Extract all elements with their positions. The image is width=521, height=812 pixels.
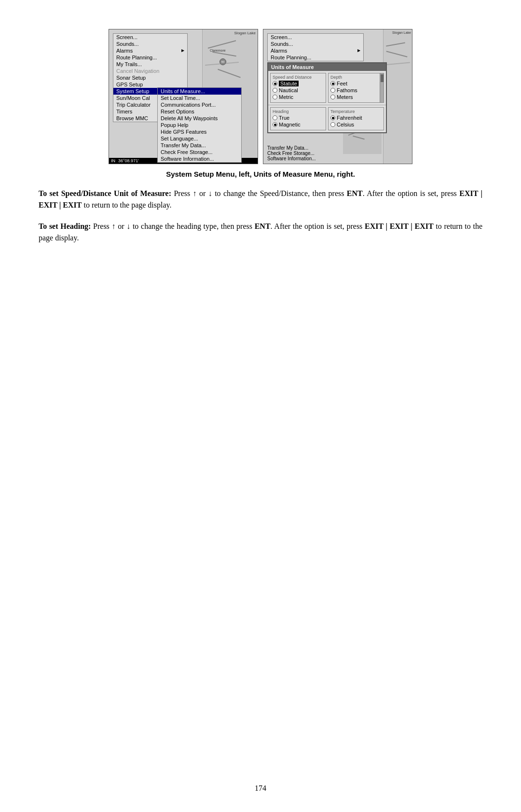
r-menu-sounds[interactable]: Sounds... xyxy=(268,41,363,47)
p1-text3: to return to the page display. xyxy=(82,201,171,209)
submenu-software[interactable]: Software Information... xyxy=(158,155,241,162)
map-label-left: Slogan Lake xyxy=(234,31,256,35)
metric-label: Metric xyxy=(279,94,293,100)
menu-item-sonar[interactable]: Sonar Setup xyxy=(113,74,187,81)
coords-value: 36°08.971' xyxy=(118,158,139,163)
p2-ent: ENT xyxy=(255,222,271,230)
p2-intro: To set Heading: xyxy=(39,222,91,230)
option-metric[interactable]: Metric xyxy=(273,94,324,100)
speed-distance-label: Speed and Distance xyxy=(273,75,324,80)
p2-exit: EXIT | EXIT | EXIT xyxy=(365,222,434,230)
option-fahrenheit[interactable]: Fahrenheit xyxy=(330,115,382,121)
option-meters[interactable]: Meters xyxy=(330,94,382,100)
p1-text1: Press ↑ or ↓ to change the Speed/Distanc… xyxy=(171,189,347,197)
submenu-comm-port[interactable]: Communications Port... xyxy=(158,101,241,108)
submenu-check-storage[interactable]: Check Free Storage... xyxy=(158,149,241,155)
r-bottom-software: Software Information... xyxy=(267,156,316,161)
r-menu-alarms[interactable]: Alarms xyxy=(268,47,363,54)
submenu-popup[interactable]: Popup Help xyxy=(158,122,241,128)
depth-section: Depth Feet Fathoms Meters xyxy=(328,73,384,103)
true-label: True xyxy=(279,115,289,121)
r-bottom-storage: Check Free Storage... xyxy=(267,151,316,156)
menu-item-sounds[interactable]: Sounds... xyxy=(113,41,187,47)
celsius-label: Celsius xyxy=(337,122,354,127)
feet-label: Feet xyxy=(337,81,347,86)
radio-statute xyxy=(273,81,277,86)
right-screenshot: Slogan Lake Screen... Sounds... Alarms R… xyxy=(263,29,412,164)
statute-label: Statute xyxy=(279,81,299,86)
fathoms-label: Fathoms xyxy=(337,87,357,93)
p2-text1: Press ↑ or ↓ to change the heading type,… xyxy=(91,222,254,230)
submenu-units[interactable]: Units of Measure... xyxy=(158,88,241,95)
p1-text2: . After the option is set, press xyxy=(363,189,459,197)
scrollbar[interactable] xyxy=(380,73,384,102)
temperature-section: Temperature Fahrenheit Celsius xyxy=(328,107,384,130)
r-menu-route[interactable]: Route Planning... xyxy=(268,54,363,61)
page-number: 174 xyxy=(255,784,266,793)
submenu-delete[interactable]: Delete All My Waypoints xyxy=(158,115,241,122)
option-feet[interactable]: Feet xyxy=(330,81,382,86)
radio-true xyxy=(273,115,277,120)
left-screenshot: Slogan Lake Claremore 60 Screen... Sound… xyxy=(109,29,258,164)
option-magnetic[interactable]: Magnetic xyxy=(273,122,324,127)
option-nautical[interactable]: Nautical xyxy=(273,87,324,93)
radio-feet xyxy=(330,81,335,86)
dialog-title: Units of Measure xyxy=(268,63,386,71)
submenu-reset[interactable]: Reset Options xyxy=(158,108,241,115)
heading-section: Heading True Magnetic xyxy=(270,107,326,130)
p2-text2: . After the option is set, press xyxy=(271,222,365,230)
paragraph1: To set Speed/Distance Unit of Measure: P… xyxy=(39,188,482,211)
dialog-top-section: Speed and Distance Statute Nautical xyxy=(268,71,386,105)
radio-magnetic xyxy=(273,122,277,127)
submenu-hide-gps[interactable]: Hide GPS Features xyxy=(158,128,241,135)
nautical-label: Nautical xyxy=(279,87,298,93)
submenu-transfer[interactable]: Transfer My Data... xyxy=(158,142,241,149)
dialog-bottom-section: Heading True Magnetic Temperature xyxy=(268,105,386,132)
option-true[interactable]: True xyxy=(273,115,324,121)
map-label-right: Slogan Lake xyxy=(392,31,411,34)
radio-fahrenheit xyxy=(330,115,335,120)
submenu-language[interactable]: Set Language... xyxy=(158,135,241,142)
right-bottom-menu: Transfer My Data... Check Free Storage..… xyxy=(267,145,316,161)
radio-meters xyxy=(330,95,335,99)
units-dialog: Units of Measure Speed and Distance Stat… xyxy=(267,62,387,133)
submenu-local-time[interactable]: Set Local Time... xyxy=(158,95,241,101)
meters-label: Meters xyxy=(337,94,353,100)
fahrenheit-label: Fahrenheit xyxy=(337,115,362,121)
option-statute[interactable]: Statute xyxy=(273,81,324,86)
temperature-label: Temperature xyxy=(330,109,382,114)
coords-in: IN xyxy=(111,158,115,163)
r-bottom-transfer: Transfer My Data... xyxy=(267,145,316,151)
menu-item-trails[interactable]: My Trails... xyxy=(113,61,187,68)
p1-intro: To set Speed/Distance Unit of Measure: xyxy=(39,189,171,197)
caption: System Setup Menu, left, Units of Measur… xyxy=(39,170,482,178)
option-fathoms[interactable]: Fathoms xyxy=(330,87,382,93)
menu-item-route[interactable]: Route Planning... xyxy=(113,54,187,61)
menu-item-gps[interactable]: GPS Setup xyxy=(113,81,187,88)
paragraph2: To set Heading: Press ↑ or ↓ to change t… xyxy=(39,221,482,244)
menu-item-screen[interactable]: Screen... xyxy=(113,34,187,41)
screenshots-row: Slogan Lake Claremore 60 Screen... Sound… xyxy=(39,29,482,164)
radio-fathoms xyxy=(330,88,335,93)
heading-label: Heading xyxy=(273,109,324,114)
speed-distance-section: Speed and Distance Statute Nautical xyxy=(270,73,326,103)
menu-item-cancel-nav: Cancel Navigation xyxy=(113,68,187,74)
menu-item-alarms[interactable]: Alarms xyxy=(113,47,187,54)
radio-celsius xyxy=(330,122,335,127)
map-label2-left: Claremore xyxy=(210,49,226,52)
depth-label: Depth xyxy=(330,75,382,80)
magnetic-label: Magnetic xyxy=(279,122,301,127)
right-top-menu: Screen... Sounds... Alarms Route Plannin… xyxy=(267,33,364,61)
radio-nautical xyxy=(273,88,277,93)
p1-ent: ENT xyxy=(347,189,363,197)
left-submenu: Units of Measure... Set Local Time... Co… xyxy=(157,87,242,163)
scrollbar-thumb xyxy=(381,74,384,82)
radio-metric xyxy=(273,95,277,99)
option-celsius[interactable]: Celsius xyxy=(330,122,382,127)
r-menu-screen[interactable]: Screen... xyxy=(268,34,363,41)
